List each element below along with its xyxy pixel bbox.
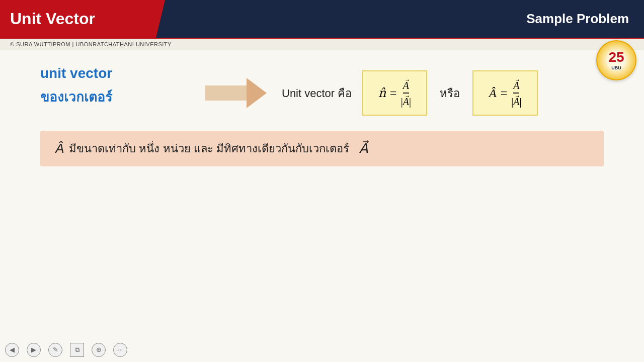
unit-vector-intro: Unit vector คือ: [282, 84, 352, 102]
formula1-lhs: n̂: [378, 86, 386, 100]
frac2-num: A⃗: [513, 78, 519, 94]
description-box: Â มีขนาดเท่ากับ หนึ่ง หน่วย และ มีทิศทาง…: [40, 131, 604, 166]
next-icon: ▶: [31, 346, 36, 354]
copy-button[interactable]: ⧉: [70, 343, 84, 357]
copyright-bar: © SURA WUTTIPROM | UBONRATCHATHANI UNIVE…: [0, 38, 644, 50]
edit-icon: ✎: [53, 346, 58, 354]
arrow-head: [247, 78, 267, 108]
label-unit-vector: unit vector: [40, 65, 112, 81]
more-icon: ···: [118, 346, 123, 354]
arrow-body: [211, 85, 247, 101]
frac2-den: |A⃗|: [511, 94, 521, 108]
formula-2-content: Â = A⃗ |A⃗|: [489, 78, 521, 107]
header-title-box: Unit Vector: [0, 0, 156, 38]
bottom-toolbar: ◀ ▶ ✎ ⧉ ⊕ ···: [5, 343, 127, 357]
prev-button[interactable]: ◀: [5, 343, 19, 357]
desc-hat-A: Â: [55, 141, 64, 156]
formula-area: Unit vector คือ n̂ = A⃗ |A⃗| หรือ: [211, 70, 604, 116]
fraction-1: A⃗ |A⃗|: [401, 78, 411, 107]
equals-1: =: [390, 86, 397, 100]
prev-icon: ◀: [10, 346, 15, 354]
next-button[interactable]: ▶: [27, 343, 41, 357]
frac1-num: A⃗: [403, 78, 409, 94]
arrow-graphic: [211, 78, 267, 108]
desc-text: มีขนาดเท่ากับ หนึ่ง หน่วย และ มีทิศทางเด…: [69, 140, 349, 157]
formula-box-1: n̂ = A⃗ |A⃗|: [362, 70, 427, 116]
zoom-button[interactable]: ⊕: [92, 343, 106, 357]
formula2-lhs: Â: [489, 86, 497, 100]
page-title: Unit Vector: [10, 10, 95, 28]
edit-button[interactable]: ✎: [48, 343, 62, 357]
copyright-text: © SURA WUTTIPROM | UBONRATCHATHANI UNIVE…: [10, 41, 172, 47]
zoom-icon: ⊕: [96, 346, 102, 354]
frac1-den: |A⃗|: [401, 94, 411, 108]
formula-1-content: n̂ = A⃗ |A⃗|: [378, 78, 411, 107]
or-text: หรือ: [440, 84, 460, 102]
nav-title: Sample Problem: [526, 11, 629, 27]
fraction-2: A⃗ |A⃗|: [511, 78, 521, 107]
main-content: unit vector ของเวกเตอร์ Unit vector คือ …: [0, 50, 644, 176]
formula-box-2: Â = A⃗ |A⃗|: [472, 70, 538, 116]
label-of-vector: ของเวกเตอร์: [40, 86, 112, 107]
left-labels: unit vector ของเวกเตอร์: [40, 65, 112, 107]
header-nav: Sample Problem: [156, 0, 644, 38]
equals-2: =: [501, 86, 508, 100]
more-button[interactable]: ···: [113, 343, 127, 357]
copy-icon: ⧉: [75, 346, 79, 354]
desc-vec-A: A⃗: [359, 141, 368, 156]
header: Unit Vector Sample Problem: [0, 0, 644, 38]
